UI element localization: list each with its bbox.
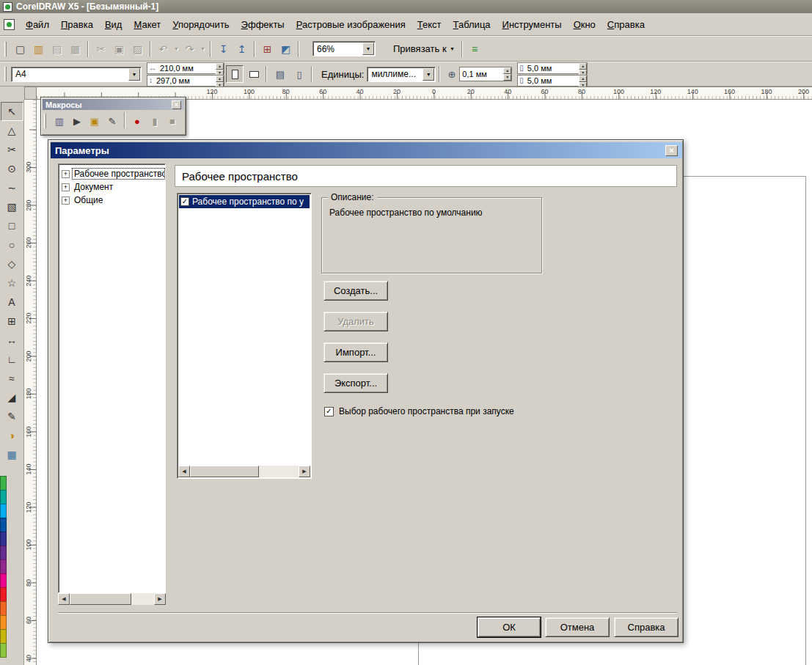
crop-tool[interactable]: ✂ xyxy=(1,140,23,159)
pause-recording-button[interactable]: ▮ xyxy=(146,112,164,130)
paste-button[interactable]: ▨ xyxy=(128,40,147,58)
color-swatch[interactable] xyxy=(0,545,7,560)
tree-scroll-right-button[interactable]: ▶ xyxy=(154,593,166,605)
startup-option-row[interactable]: ✓ Выбор рабочего пространства при запуск… xyxy=(324,406,514,416)
spin-up-icon[interactable]: ▴ xyxy=(216,63,224,70)
application-launcher-button[interactable]: ⊞ xyxy=(258,40,277,58)
all-pages-button[interactable]: ▤ xyxy=(271,65,289,83)
duplicate-y-spinner[interactable]: ▴▾ xyxy=(579,76,587,86)
paper-width-field[interactable]: ↔ 210,0 мм ▴▾ xyxy=(147,62,224,74)
list-scroll-right-button[interactable]: ▶ xyxy=(299,466,310,477)
shape-tool[interactable]: △ xyxy=(1,121,23,140)
workspace-list-scrollbar[interactable]: ◀ ▶ xyxy=(178,466,310,477)
paper-height-spinner[interactable]: ▴▾ xyxy=(216,76,224,86)
tree-scroll-left-button[interactable]: ◀ xyxy=(58,593,70,605)
redo-list-button[interactable]: ▾ xyxy=(199,40,207,58)
stop-recording-button[interactable]: ■ xyxy=(164,112,181,130)
toolbar-grip[interactable] xyxy=(4,67,7,81)
menu-item[interactable]: Правка xyxy=(55,17,99,32)
zoom-tool[interactable]: ⊙ xyxy=(1,159,23,178)
pick-tool[interactable]: ↖ xyxy=(1,102,23,121)
menu-item[interactable]: Макет xyxy=(128,17,167,32)
landscape-button[interactable] xyxy=(245,65,263,83)
menu-item[interactable]: Вид xyxy=(99,17,128,32)
spin-up-icon[interactable]: ▴ xyxy=(216,76,224,82)
copy-button[interactable]: ▣ xyxy=(110,40,128,58)
spin-down-icon[interactable]: ▾ xyxy=(503,74,511,81)
portrait-button[interactable] xyxy=(226,65,244,83)
menu-item[interactable]: Текст xyxy=(412,17,447,32)
help-button[interactable]: Справка xyxy=(614,617,679,637)
options-dialog-titlebar[interactable]: Параметры × xyxy=(51,142,682,158)
tree-item[interactable]: +Рабочее пространство xyxy=(59,167,164,180)
color-swatch[interactable] xyxy=(0,504,7,518)
color-swatch[interactable] xyxy=(0,573,7,588)
units-dropdown-icon[interactable]: ▾ xyxy=(423,68,434,81)
import-button[interactable]: ↧ xyxy=(214,40,233,58)
delete-button[interactable]: Удалить xyxy=(323,312,388,331)
spin-up-icon[interactable]: ▴ xyxy=(503,67,511,74)
toolbar-grip[interactable] xyxy=(4,42,7,56)
macro-manager-button[interactable]: ▥ xyxy=(51,112,68,130)
table-tool[interactable]: ⊞ xyxy=(1,312,23,331)
macros-close-button[interactable]: × xyxy=(172,100,181,109)
smart-fill-tool[interactable]: ▧ xyxy=(1,197,23,216)
menu-item[interactable]: Файл xyxy=(20,17,55,32)
color-swatch[interactable] xyxy=(0,615,7,630)
menu-item[interactable]: Справка xyxy=(601,17,651,32)
edit-macro-button[interactable]: ✎ xyxy=(103,112,121,130)
polygon-tool[interactable]: ◇ xyxy=(1,254,23,273)
zoom-level-combo[interactable]: 66% ▾ xyxy=(312,41,376,56)
workspace-listbox[interactable]: ✓ Рабочее пространство по у ◀ ▶ xyxy=(177,193,312,479)
tree-expand-icon[interactable]: + xyxy=(62,183,70,191)
options-tree[interactable]: +Рабочее пространство+Документ+Общие xyxy=(58,164,166,593)
color-swatch[interactable] xyxy=(0,643,7,658)
duplicate-y-field[interactable]: ▯ 5,0 мм ▴▾ xyxy=(517,75,588,87)
tree-expand-icon[interactable]: + xyxy=(62,170,70,178)
cut-button[interactable]: ✂ xyxy=(92,40,110,58)
list-scrollbar-thumb[interactable] xyxy=(190,466,259,477)
menu-item[interactable]: Инструменты xyxy=(497,17,568,32)
undo-list-button[interactable]: ▾ xyxy=(172,40,180,58)
color-swatch[interactable] xyxy=(0,532,7,546)
page-size-combo[interactable]: A4 ▾ xyxy=(11,67,142,82)
eyedropper-tool[interactable]: ◢ xyxy=(1,388,23,407)
menu-item[interactable]: Таблица xyxy=(447,17,497,32)
interactive-fill-tool[interactable]: ▦ xyxy=(1,445,23,464)
create-button[interactable]: Создать... xyxy=(323,281,388,301)
list-scrollbar-track[interactable] xyxy=(190,466,299,477)
cancel-button[interactable]: Отмена xyxy=(545,617,610,637)
menu-item[interactable]: Растровые изображения xyxy=(290,17,412,32)
fill-tool[interactable]: ◑ xyxy=(1,426,23,445)
units-combo[interactable]: миллиме... ▾ xyxy=(367,67,436,82)
print-button[interactable]: ▦ xyxy=(66,40,84,58)
tree-scrollbar-track[interactable] xyxy=(70,593,154,605)
paper-width-spinner[interactable]: ▴▾ xyxy=(216,63,224,73)
export-button[interactable]: Экспорт... xyxy=(323,373,388,393)
ellipse-tool[interactable]: ○ xyxy=(1,235,23,254)
color-swatch[interactable] xyxy=(0,587,7,602)
redo-button[interactable]: ↷ xyxy=(180,40,199,58)
duplicate-x-spinner[interactable]: ▴▾ xyxy=(579,63,587,73)
toolbar-grip[interactable] xyxy=(44,114,46,128)
outline-pen-tool[interactable]: ✎ xyxy=(1,407,23,426)
open-document-button[interactable]: ▥ xyxy=(29,40,48,58)
page-size-dropdown-icon[interactable]: ▾ xyxy=(128,68,140,81)
vertical-ruler[interactable]: 300280260240220200180160140120100806040 xyxy=(24,100,37,665)
current-page-button[interactable]: ▯ xyxy=(290,65,308,83)
macros-titlebar[interactable]: Макросы × xyxy=(43,99,184,110)
nudge-spinner[interactable]: ▴▾ xyxy=(503,67,511,81)
spin-up-icon[interactable]: ▴ xyxy=(579,76,587,82)
spin-up-icon[interactable]: ▴ xyxy=(579,63,587,70)
color-swatch[interactable] xyxy=(0,490,7,504)
record-macro-button[interactable]: ● xyxy=(128,112,146,130)
basic-shapes-tool[interactable]: ☆ xyxy=(1,273,23,293)
color-swatch[interactable] xyxy=(0,518,7,532)
text-tool[interactable]: A xyxy=(1,293,23,312)
color-swatch[interactable] xyxy=(0,559,7,574)
dimension-tool[interactable]: ↔ xyxy=(1,331,23,350)
connector-tool[interactable]: ∟ xyxy=(1,350,23,369)
corel-connect-button[interactable]: ◩ xyxy=(277,40,295,58)
color-swatch[interactable] xyxy=(0,476,7,491)
startup-checkbox[interactable]: ✓ xyxy=(324,407,334,416)
